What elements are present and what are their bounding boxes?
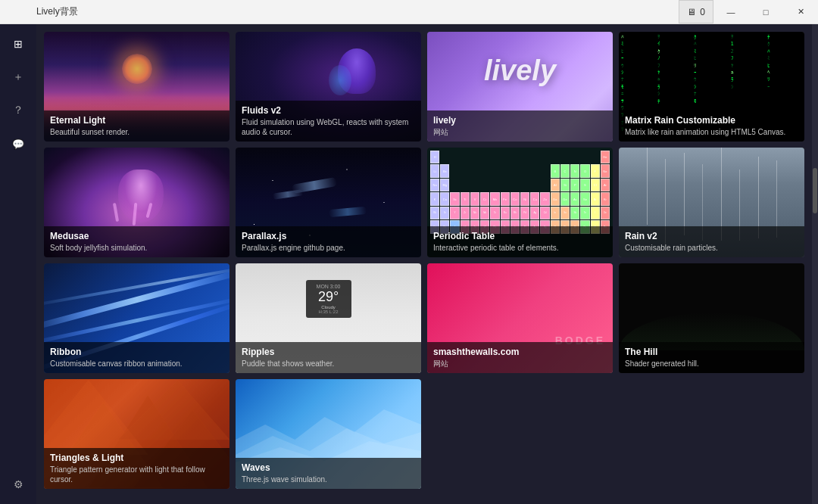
card-waves[interactable]: Waves Three.js wave simulation.	[236, 379, 421, 489]
card-desc: Matrix like rain animation using HTML5 C…	[625, 127, 798, 137]
card-title: Matrix Rain Customizable	[625, 115, 798, 126]
card-title: Rain v2	[625, 231, 798, 241]
wallpaper-grid: Eternal Light Beautiful sunset render. F…	[36, 24, 812, 504]
card-desc: Customisable rain particles.	[625, 243, 798, 253]
card-desc: Three.js wave simulation.	[242, 474, 415, 484]
card-desc: Shader generated hill.	[625, 359, 798, 369]
card-title: Periodic Table	[433, 231, 607, 241]
card-rain[interactable]: Rain v2 Customisable rain particles.	[619, 148, 804, 257]
card-desc: Interactive periodic table of elements.	[433, 243, 607, 253]
sidebar-item-add[interactable]: ＋	[5, 64, 32, 91]
card-desc: 网站	[433, 127, 607, 137]
card-desc: 网站	[433, 359, 607, 369]
card-title: Parallax.js	[242, 231, 415, 241]
card-title: The Hill	[625, 347, 798, 357]
sidebar-item-chat[interactable]: 💬	[5, 130, 32, 157]
card-triangles[interactable]: Triangles & Light Triangle pattern gener…	[44, 379, 229, 489]
card-title: Ribbon	[50, 347, 223, 357]
sidebar-item-grid[interactable]: ⊞	[5, 30, 32, 58]
card-title: lively	[433, 115, 607, 126]
card-title: smashthewalls.com	[433, 347, 607, 357]
card-the-hill[interactable]: The Hill Shader generated hill.	[619, 263, 804, 373]
card-ripples[interactable]: MON 3:00 29° Cloudy H:35 L:22 Ripples Pu…	[236, 263, 421, 373]
scrollbar[interactable]	[812, 24, 818, 504]
card-title: Fluids v2	[242, 105, 415, 116]
monitor-icon: 🖥	[687, 7, 696, 17]
titlebar: Lively背景 🖥 0 — □ ✕	[0, 0, 818, 24]
monitor-count: 0	[700, 7, 705, 17]
close-button[interactable]: ✕	[783, 0, 818, 24]
card-lively[interactable]: lively lively 网站	[427, 32, 613, 142]
card-medusae[interactable]: Medusae Soft body jellyfish simulation.	[44, 148, 229, 257]
card-title: Eternal Light	[50, 115, 223, 126]
card-title: Medusae	[50, 231, 223, 241]
sidebar: ⊞ ＋ ？ 💬 ⚙	[0, 24, 36, 504]
card-title: Waves	[242, 462, 415, 473]
app-body: ⊞ ＋ ？ 💬 ⚙ Eternal Light Beautiful sunset…	[0, 24, 818, 504]
card-smash[interactable]: BODGE smashthewalls.com 网站	[427, 263, 613, 373]
svg-marker-3	[44, 380, 148, 454]
sidebar-item-help[interactable]: ？	[5, 97, 32, 124]
card-fluids[interactable]: Fluids v2 Fluid simulation using WebGL, …	[236, 32, 421, 142]
card-parallax[interactable]: Parallax.js Parallax.js engine github pa…	[236, 148, 421, 257]
card-desc: Triangle pattern generator with light th…	[50, 465, 223, 484]
card-title: Ripples	[242, 347, 415, 357]
card-ribbon[interactable]: Ribbon Customisable canvas ribbon animat…	[44, 263, 229, 373]
monitor-display[interactable]: 🖥 0	[679, 0, 713, 23]
card-desc: Soft body jellyfish simulation.	[50, 243, 223, 253]
card-desc: Fluid simulation using WebGL, reacts wit…	[242, 117, 415, 137]
card-eternal-light[interactable]: Eternal Light Beautiful sunset render.	[44, 32, 229, 142]
maximize-button[interactable]: □	[748, 0, 783, 24]
scrollbar-thumb[interactable]	[813, 168, 817, 213]
card-periodic[interactable]: H He Li Be B C N O F Ne Na Mg Al Si P	[427, 148, 613, 257]
card-desc: Customisable canvas ribbon animation.	[50, 359, 223, 369]
minimize-button[interactable]: —	[713, 0, 748, 24]
card-desc: Puddle that shows weather.	[242, 359, 415, 369]
card-desc: Beautiful sunset render.	[50, 127, 223, 137]
sidebar-item-settings[interactable]: ⚙	[5, 471, 32, 498]
card-desc: Parallax.js engine github page.	[242, 243, 415, 253]
card-matrix[interactable]: ﾊﾐﾋｰｳｼﾅﾓﾆｻﾜﾂｵﾘ ｦｲｸﾉﾌﾔﾕﾗｼﾁ ｸﾊﾐﾋﾘｰｳｼﾅﾓ ｦ12…	[619, 32, 804, 142]
svg-marker-4	[118, 380, 229, 439]
window-controls: 🖥 0 — □ ✕	[679, 0, 818, 23]
app-title: Lively背景	[36, 5, 78, 18]
card-title: Triangles & Light	[50, 453, 223, 463]
